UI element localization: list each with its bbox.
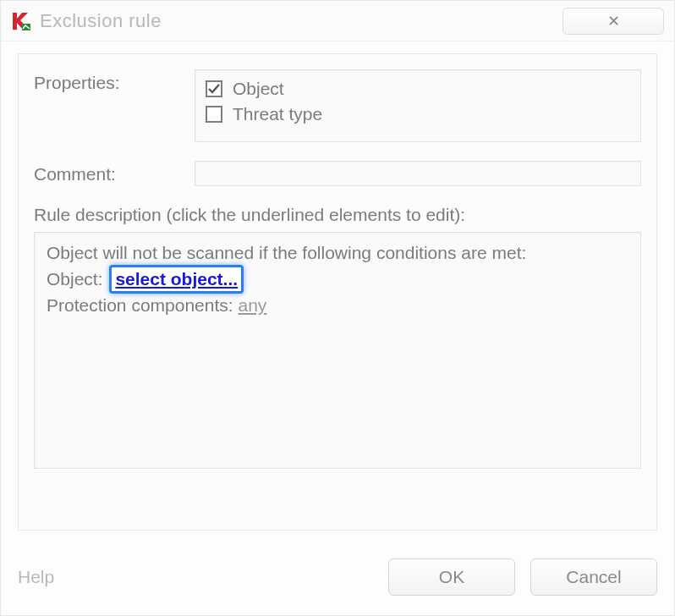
svg-rect-0	[22, 24, 30, 30]
checkbox-object-label: Object	[233, 79, 284, 99]
rule-description-box: Object will not be scanned if the follow…	[34, 232, 641, 469]
rule-description-section: Rule description (click the underlined e…	[34, 205, 641, 469]
footer: Help OK Cancel	[1, 539, 674, 615]
content-panel: Properties: Object Threat type Comment: …	[18, 53, 657, 531]
cancel-button[interactable]: Cancel	[530, 558, 657, 596]
select-object-link[interactable]: select object...	[115, 269, 238, 289]
comment-row: Comment:	[34, 161, 641, 186]
comment-label: Comment:	[34, 161, 195, 184]
properties-label: Properties:	[34, 69, 195, 93]
close-icon: ✕	[607, 12, 620, 30]
description-object-line: Object: select object...	[47, 265, 628, 294]
properties-row: Properties: Object Threat type	[34, 69, 641, 142]
properties-box: Object Threat type	[195, 69, 641, 142]
kaspersky-icon	[11, 11, 31, 31]
checkbox-object[interactable]: Object	[206, 79, 630, 99]
checkbox-object-box	[206, 80, 222, 97]
ok-button[interactable]: OK	[388, 558, 515, 596]
select-object-highlight: select object...	[109, 265, 244, 294]
protection-prefix: Protection components:	[47, 295, 233, 315]
window-title: Exclusion rule	[40, 10, 162, 32]
cancel-button-label: Cancel	[566, 567, 621, 587]
rule-description-label: Rule description (click the underlined e…	[34, 205, 641, 225]
comment-input[interactable]	[195, 161, 641, 186]
description-protection-line: Protection components: any	[47, 294, 628, 317]
checkbox-threat-type[interactable]: Threat type	[206, 104, 630, 124]
description-condition-text: Object will not be scanned if the follow…	[47, 241, 628, 265]
titlebar: Exclusion rule ✕	[1, 1, 674, 41]
exclusion-rule-window: Exclusion rule ✕ Properties: Object Thre…	[0, 0, 675, 616]
object-prefix: Object:	[47, 269, 103, 289]
close-button[interactable]: ✕	[562, 8, 664, 35]
protection-components-link[interactable]: any	[238, 295, 266, 315]
checkbox-threat-type-box	[206, 106, 222, 123]
ok-button-label: OK	[439, 567, 464, 587]
checkbox-threat-type-label: Threat type	[233, 104, 322, 124]
help-link[interactable]: Help	[18, 567, 54, 587]
